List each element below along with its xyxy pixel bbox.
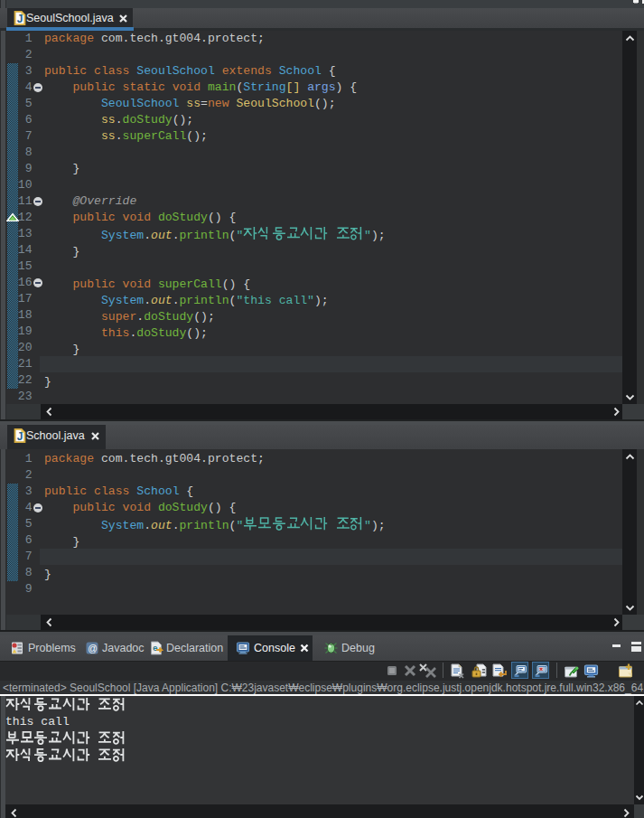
svg-text:@: @ bbox=[88, 643, 98, 653]
svg-text:J: J bbox=[17, 430, 23, 443]
svg-text:J: J bbox=[17, 13, 23, 25]
svg-text:e: e bbox=[153, 644, 158, 653]
